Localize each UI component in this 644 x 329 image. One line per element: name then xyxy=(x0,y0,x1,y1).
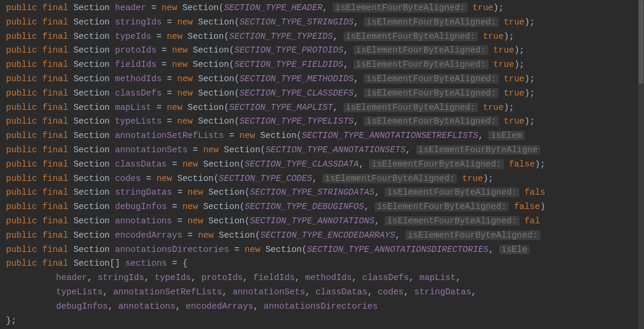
code-line[interactable]: public final Section stringDatas = new S… xyxy=(6,186,644,200)
code-line[interactable]: public final Section[] sections = { xyxy=(6,257,644,271)
code-line[interactable]: public final Section fieldIds = new Sect… xyxy=(6,58,644,72)
code-line[interactable]: public final Section classDefs = new Sec… xyxy=(6,87,644,101)
code-line[interactable]: header, stringIds, typeIds, protoIds, fi… xyxy=(6,271,644,285)
code-line[interactable]: public final Section typeIds = new Secti… xyxy=(6,30,644,44)
code-line[interactable]: public final Section mapList = new Secti… xyxy=(6,101,644,115)
code-line[interactable]: }; xyxy=(6,314,644,328)
code-line[interactable]: public final Section stringIds = new Sec… xyxy=(6,16,644,30)
code-line[interactable]: public final Section annotations = new S… xyxy=(6,214,644,229)
code-line[interactable]: public final Section header = new Sectio… xyxy=(6,1,644,16)
code-line[interactable]: typeLists, annotationSetRefLists, annota… xyxy=(6,285,644,300)
code-line[interactable]: public final Section typeLists = new Sec… xyxy=(6,115,644,129)
code-line[interactable]: public final Section annotationSetRefLis… xyxy=(6,129,644,143)
code-line[interactable]: public final Section annotationSets = ne… xyxy=(6,143,644,158)
scrollbar-thumb[interactable] xyxy=(639,0,643,84)
code-line[interactable]: public final Section codes = new Section… xyxy=(6,172,644,186)
code-line[interactable]: debugInfos, annotations, encodedArrays, … xyxy=(6,300,644,314)
code-line[interactable]: public final Section debugInfos = new Se… xyxy=(6,200,644,214)
code-line[interactable]: public final Section classDatas = new Se… xyxy=(6,158,644,172)
code-line[interactable]: public final Section protoIds = new Sect… xyxy=(6,44,644,58)
code-line[interactable]: public final Section encodedArrays = new… xyxy=(6,229,644,243)
code-line[interactable]: public final Section methodIds = new Sec… xyxy=(6,72,644,87)
code-line[interactable]: public final Section annotationsDirector… xyxy=(6,243,644,257)
vertical-scrollbar[interactable] xyxy=(638,0,644,329)
code-editor-content[interactable]: public final Section header = new Sectio… xyxy=(6,1,644,328)
